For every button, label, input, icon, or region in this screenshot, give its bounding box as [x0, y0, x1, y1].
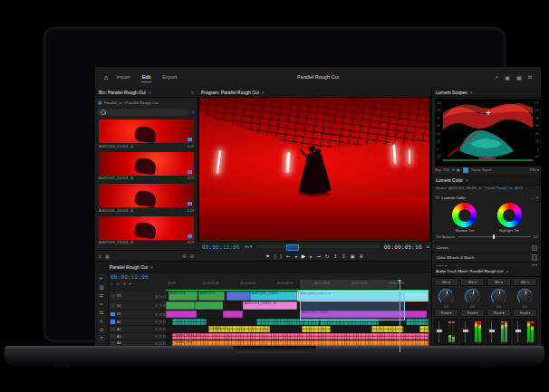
transport-button[interactable]: ▶	[302, 253, 306, 259]
effect-icon[interactable]: –	[531, 196, 533, 200]
bit-depth-select[interactable]: 8 Bit ▾	[529, 167, 539, 172]
pan-knob[interactable]	[517, 289, 533, 304]
automation-mode-select[interactable]: Read ▾	[434, 309, 458, 317]
source-patch-toggle[interactable]	[111, 341, 115, 346]
fader-handle[interactable]	[515, 330, 521, 332]
timeline-clip[interactable]	[302, 326, 331, 332]
pan-knob[interactable]	[465, 289, 480, 304]
timeline-clip[interactable]: A065C004_220321_3L	[243, 301, 297, 310]
transport-button[interactable]: ▣	[351, 253, 355, 259]
bin-item[interactable]: A065C005_220321_3L 4:29	[99, 152, 194, 181]
app-header-icon[interactable]: ▣	[505, 74, 510, 81]
close-icon[interactable]: ×	[149, 90, 151, 95]
fader-handle[interactable]	[463, 330, 468, 332]
transport-button[interactable]: ↻	[325, 253, 329, 259]
monitor-icon[interactable]: ⧉	[427, 244, 429, 249]
app-header-icon[interactable]: ⧉	[528, 74, 532, 81]
color-wheel[interactable]	[497, 203, 522, 227]
timeline-clip[interactable]	[195, 301, 223, 310]
clamp-signal-checkbox[interactable]	[463, 167, 468, 173]
clip-thumbnail[interactable]	[99, 184, 194, 207]
timeline-lanes[interactable]: 00:0000:00:02:0000:00:04:0000:00:06:0000…	[166, 262, 429, 359]
timeline-clip[interactable]: A067C001_220321	[250, 292, 297, 301]
section-toggle-icon[interactable]	[532, 254, 538, 261]
scope-footer-icon[interactable]: ▣	[457, 167, 460, 172]
app-mode-tab[interactable]: Edit	[141, 72, 151, 82]
color-wheel[interactable]	[452, 203, 477, 227]
timeline-tool-icon[interactable]: ⇆	[100, 310, 104, 315]
track-header[interactable]: A3	[109, 333, 168, 340]
timeline-clip[interactable]	[256, 319, 303, 325]
app-mode-tab[interactable]: Import	[115, 72, 131, 82]
track-header[interactable]: V1	[109, 311, 168, 319]
timeline-clip[interactable]: A065C004	[169, 292, 197, 301]
lumetri-section-row[interactable]: Color Wheels & Match	[432, 253, 541, 263]
timeline-clip[interactable]	[172, 319, 207, 325]
source-patch-toggle[interactable]	[111, 320, 115, 324]
bus-select[interactable]: Mix ▾	[460, 278, 485, 286]
timeline-tool-icon[interactable]: ▥	[99, 284, 103, 290]
transport-button[interactable]: ⚙	[359, 253, 362, 259]
transport-button[interactable]: {	[274, 253, 276, 259]
bus-select[interactable]: Mix ▾	[434, 278, 458, 286]
timeline-clip[interactable]: Parallel_music_mix	[172, 333, 429, 339]
audio-mixer-tab[interactable]: Audio Track Mixer: Parallel Rough Cut ×	[432, 266, 541, 277]
bus-select[interactable]: Mix ▾	[513, 278, 537, 286]
waveform-scope[interactable]: 120100806040200-20 120100806040200-20	[435, 99, 541, 167]
program-timecode[interactable]: 00:00:12:06	[202, 244, 240, 250]
scope-footer-icon[interactable]: ⚙	[452, 167, 455, 172]
app-header-icon[interactable]: ↗	[494, 74, 498, 81]
source-patch-toggle[interactable]	[111, 327, 115, 331]
automation-mode-select[interactable]: Read ▾	[486, 309, 511, 317]
timeline-clip[interactable]	[223, 311, 243, 318]
close-icon[interactable]: ×	[262, 90, 265, 95]
bin-item[interactable]: A067C003_220321_3L 4:29	[99, 216, 194, 245]
clip-thumbnail[interactable]	[99, 152, 194, 176]
source-patch-toggle[interactable]	[111, 294, 115, 299]
lumetri-section-row[interactable]: Curves	[432, 243, 541, 253]
fader-handle[interactable]	[489, 330, 495, 332]
app-header-icon[interactable]: ▦	[516, 74, 522, 81]
lumetri-color-tab[interactable]: Lumetri Color ×	[432, 175, 541, 186]
zoom-level-select[interactable]: Fit ▾	[245, 244, 252, 249]
pan-knob[interactable]	[491, 289, 506, 304]
transport-button[interactable]: ↧	[342, 253, 345, 259]
automation-mode-select[interactable]: Read ▾	[460, 309, 485, 317]
source-patch-toggle[interactable]	[111, 334, 115, 339]
track-header[interactable]: V2	[109, 301, 168, 311]
timeline-tool-icon[interactable]: ⇄	[100, 292, 104, 298]
track-header[interactable]: A2	[109, 326, 168, 333]
section-toggle-icon[interactable]	[532, 245, 538, 252]
close-icon[interactable]: ×	[466, 177, 468, 183]
filter-icon[interactable]: ≔	[191, 110, 196, 114]
bus-select[interactable]: Mix ▾	[486, 278, 511, 286]
bin-footer-icon[interactable]: ≡	[99, 253, 101, 259]
timeline-clip[interactable]	[406, 319, 429, 325]
fader-handle[interactable]	[437, 330, 442, 332]
bin-footer-icon[interactable]: ▦	[105, 253, 110, 259]
lumetri-scopes-tab[interactable]: Lumetri Scopes ×	[432, 87, 541, 98]
monitor-scrubber[interactable]	[256, 245, 380, 248]
transport-button[interactable]: ⇥	[317, 253, 321, 259]
close-icon[interactable]: ×	[506, 269, 508, 274]
timeline-tool-icon[interactable]: T	[100, 336, 102, 341]
transport-button[interactable]: ↥	[333, 253, 337, 259]
timeline-tool-icon[interactable]: ▸	[101, 275, 103, 281]
clip-thumbnail[interactable]	[99, 120, 194, 143]
timeline-clip[interactable]	[166, 311, 197, 318]
tint-balance-value[interactable]: 0.0	[534, 235, 538, 239]
bin-footer-icon[interactable]: ⚙	[190, 253, 194, 259]
track-header[interactable]: V3	[109, 292, 168, 301]
sequence-clip-label[interactable]: Parallel Rough Cut · A065	[485, 186, 523, 193]
program-video[interactable]	[199, 98, 429, 241]
automation-mode-select[interactable]: Read ▾	[513, 309, 537, 317]
timeline-clip[interactable]	[371, 326, 403, 332]
source-patch-toggle[interactable]	[111, 303, 115, 308]
search-input[interactable]	[98, 109, 188, 116]
tint-balance-slider[interactable]	[458, 236, 531, 237]
timeline-tool-icon[interactable]: ✂	[100, 301, 104, 307]
transport-button[interactable]: ◂	[294, 253, 297, 259]
breadcrumb[interactable]: ▦ Parallel_rc / Parallel Rough Cut	[98, 99, 195, 106]
home-icon[interactable]: ⌂	[104, 74, 108, 81]
timeline-clip[interactable]: Parallel_VO	[208, 326, 270, 332]
